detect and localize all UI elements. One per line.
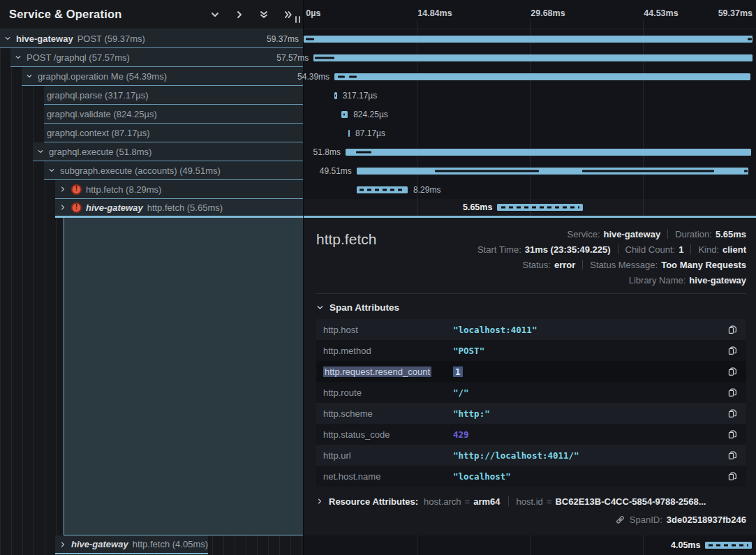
span-id-row: SpanID: 3de02518937fb246 <box>316 512 746 527</box>
span-detail-panel: http.fetch Service:hive-gatewayDuration:… <box>304 218 756 535</box>
copy-button[interactable] <box>727 408 738 419</box>
chevron-down-icon[interactable] <box>47 167 56 174</box>
divider <box>667 229 668 239</box>
operation-label: graphql.execute (51.8ms) <box>49 147 151 157</box>
copy-button[interactable] <box>727 346 738 356</box>
tree-header-title: Service & Operation <box>9 8 195 21</box>
span-id-label: SpanID: <box>630 515 662 525</box>
attribute-value: "localhost" <box>453 471 727 482</box>
timeline-row[interactable]: 87.17µs <box>304 124 756 142</box>
span-bar[interactable] <box>304 36 753 43</box>
tree-row-content: graphql.parse (317.17µs) <box>44 86 303 105</box>
tree-row[interactable]: subgraph.execute (accounts) (49.51ms) <box>0 161 303 180</box>
attribute-value: "/" <box>453 387 727 398</box>
timeline-row[interactable]: 57.57ms <box>304 48 756 67</box>
service-name: hive-gateway <box>86 202 143 213</box>
operation-label: POST /graphql (57.57ms) <box>27 52 130 63</box>
timeline-row[interactable]: 5.65ms <box>304 199 756 218</box>
child-span-marker <box>306 38 314 40</box>
attribute-key: http.route <box>323 387 453 398</box>
selected-span-indent-area <box>0 218 303 535</box>
tree-row[interactable]: !http.fetch (8.29ms) <box>0 180 303 199</box>
axis-tick-label: 14.84ms <box>417 8 452 18</box>
tree-row[interactable]: hive-gatewayhttp.fetch (4.05ms) <box>0 535 208 554</box>
copy-button[interactable] <box>727 367 738 377</box>
overview-label: Duration: <box>675 229 712 239</box>
copy-button[interactable] <box>727 325 738 335</box>
tree-row[interactable]: graphql.context (87.17µs) <box>0 124 303 142</box>
chevron-down-icon[interactable] <box>36 148 45 155</box>
divider <box>316 293 746 294</box>
expand-all-double-chevron-right-icon[interactable] <box>283 10 293 20</box>
tree-row-content: hive-gatewayhttp.fetch (4.05ms) <box>55 535 208 554</box>
timeline-row[interactable]: 51.8ms <box>304 142 756 161</box>
selected-span-detail-indent-block <box>64 218 303 535</box>
span-tree-panel: Service & Operation hive-gatewayPOST (59… <box>0 0 303 555</box>
child-span-markers <box>501 207 580 209</box>
collapse-all-double-chevron-down-icon[interactable] <box>259 10 269 20</box>
tree-row[interactable]: !hive-gatewayhttp.fetch (5.65ms) <box>0 199 303 218</box>
attribute-value: 1 <box>453 367 727 377</box>
resource-value: BC62E13B-C4CC-5854-9788-2568... <box>555 496 706 507</box>
child-span-marker <box>335 94 336 96</box>
chevron-down-icon[interactable] <box>24 73 34 80</box>
chevron-right-icon[interactable] <box>58 204 67 211</box>
child-span-marker <box>338 75 345 77</box>
attribute-value: 429 <box>453 429 727 440</box>
span-bar[interactable] <box>334 73 750 80</box>
overview-value: 5.65ms <box>716 229 746 239</box>
collapse-one-chevron-down-icon[interactable] <box>210 10 220 20</box>
overview-label: Start Time: <box>477 244 521 255</box>
equals-sign: = <box>465 496 470 507</box>
tree-row[interactable]: hive-gatewayPOST (59.37ms) <box>0 29 303 48</box>
tree-row[interactable]: graphql.validate (824.25µs) <box>0 105 303 124</box>
copy-button[interactable] <box>727 429 738 440</box>
expand-one-chevron-right-icon[interactable] <box>235 10 244 20</box>
overview-label: Kind: <box>698 244 719 255</box>
copy-button[interactable] <box>727 471 738 482</box>
tree-row[interactable]: graphql.parse (317.17µs) <box>0 86 303 105</box>
operation-label: http.fetch (8.29ms) <box>86 184 161 195</box>
chevron-right-icon[interactable] <box>58 541 67 548</box>
child-span-marker <box>356 151 371 153</box>
span-bar[interactable] <box>346 149 751 156</box>
child-span-markers <box>709 544 748 546</box>
timeline-row[interactable]: 54.39ms <box>304 67 756 86</box>
timeline-row[interactable]: 59.37ms <box>304 29 756 48</box>
tree-row-content: graphql.context (87.17µs) <box>44 124 303 142</box>
tree-row[interactable]: graphql.execute (51.8ms) <box>0 142 303 161</box>
span-attributes-toggle[interactable]: Span Attributes <box>316 301 746 313</box>
resource-attributes-row[interactable]: Resource Attributes: host.arch=arm64host… <box>316 493 746 510</box>
link-icon[interactable] <box>615 515 625 525</box>
timeline-row[interactable]: 49.51ms <box>304 161 756 180</box>
span-id-value: 3de02518937fb246 <box>667 515 746 525</box>
attribute-row: http.host"localhost:4011" <box>316 319 746 340</box>
equals-sign: = <box>547 496 552 507</box>
overview-value: client <box>722 244 746 255</box>
resource-value: arm64 <box>473 496 500 507</box>
copy-button[interactable] <box>727 450 738 461</box>
timeline-bottom-row: 4.05ms <box>304 535 756 555</box>
attribute-key: http.scheme <box>323 408 453 419</box>
panel-resize-grip-icon[interactable] <box>295 16 300 23</box>
tree-row[interactable]: POST /graphql (57.57ms) <box>0 48 303 67</box>
timeline-row[interactable]: 8.29ms <box>304 180 756 199</box>
attribute-row: http.status_code429 <box>316 424 746 445</box>
copy-button[interactable] <box>727 387 738 398</box>
chevron-down-icon[interactable] <box>13 54 22 61</box>
resource-key: host.arch <box>424 496 461 507</box>
attribute-key: http.request.resend_count <box>323 367 453 377</box>
span-bar[interactable] <box>348 130 350 137</box>
tree-row[interactable]: graphql.operation Me (54.39ms) <box>0 67 303 86</box>
timeline-row[interactable]: 4.05ms <box>304 535 756 554</box>
overview-label: Status: <box>523 260 551 270</box>
error-icon: ! <box>71 184 82 195</box>
timeline-row[interactable]: 824.25µs <box>304 105 756 124</box>
chevron-down-icon[interactable] <box>3 35 12 42</box>
timeline-row[interactable]: 317.17µs <box>304 86 756 105</box>
attribute-key: http.status_code <box>323 429 453 440</box>
span-bar[interactable] <box>313 54 753 61</box>
overview-value: 31ms (23:35:49.225) <box>525 244 611 255</box>
chevron-right-icon[interactable] <box>58 186 67 193</box>
overview-value: 1 <box>679 244 683 255</box>
